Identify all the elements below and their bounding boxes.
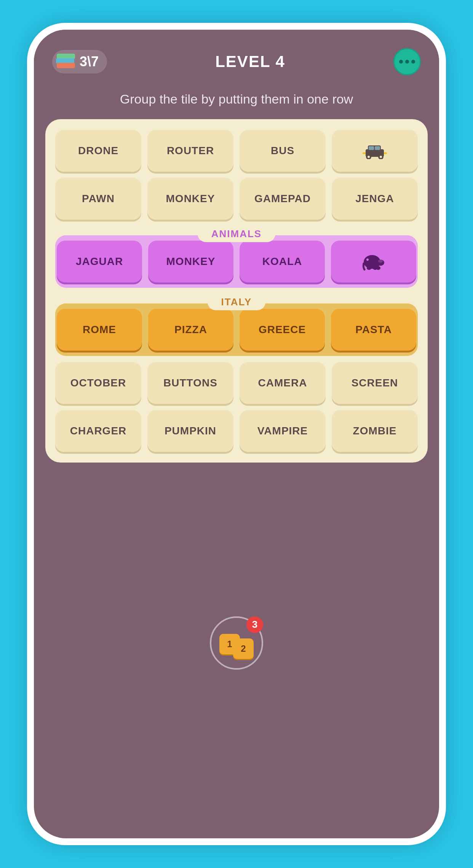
animals-row: JAGUAR MONKEY KOALA bbox=[55, 235, 418, 288]
italy-label-wrap: ITALY bbox=[55, 294, 418, 310]
italy-row: ROME PIZZA GREECE PASTA bbox=[55, 303, 418, 356]
bottom-area: 3 1 2 bbox=[210, 463, 263, 838]
tile-row-6: CHARGER PUMPKIN VAMPIRE ZOMBIE bbox=[55, 410, 418, 452]
three-dots-icon bbox=[399, 60, 415, 64]
hint-tile-2: 2 bbox=[233, 638, 254, 659]
tile-koala[interactable]: KOALA bbox=[240, 241, 325, 282]
tile-bus[interactable]: BUS bbox=[240, 130, 326, 172]
header: 3\7 LEVEL 4 bbox=[34, 30, 439, 86]
tile-pumpkin[interactable]: PUMPKIN bbox=[147, 410, 233, 452]
tile-charger[interactable]: CHARGER bbox=[55, 410, 141, 452]
tile-buttons[interactable]: BUTTONS bbox=[147, 362, 233, 404]
italy-label: ITALY bbox=[208, 294, 266, 310]
tile-gamepad[interactable]: GAMEPAD bbox=[240, 178, 326, 220]
tile-row-1: DRONE ROUTER BUS bbox=[55, 130, 418, 172]
tile-elephant[interactable] bbox=[331, 241, 416, 282]
hint-button[interactable]: 3 1 2 bbox=[210, 616, 263, 670]
tile-jenga[interactable]: JENGA bbox=[332, 178, 418, 220]
dot3 bbox=[411, 60, 415, 64]
svg-point-5 bbox=[380, 156, 382, 158]
tile-greece[interactable]: GREECE bbox=[240, 309, 325, 351]
hint-tiles: 1 2 bbox=[219, 628, 254, 658]
tile-october[interactable]: OCTOBER bbox=[55, 362, 141, 404]
svg-rect-6 bbox=[369, 146, 374, 150]
tile-router[interactable]: ROUTER bbox=[147, 130, 233, 172]
tile-pizza[interactable]: PIZZA bbox=[148, 309, 233, 351]
svg-rect-7 bbox=[375, 146, 380, 150]
tile-pasta[interactable]: PASTA bbox=[331, 309, 416, 351]
phone-frame: 3\7 LEVEL 4 Group the tile by putting th… bbox=[27, 23, 446, 845]
tile-drone[interactable]: DRONE bbox=[55, 130, 141, 172]
tile-camera[interactable]: CAMERA bbox=[240, 362, 326, 404]
tile-monkey-animals[interactable]: MONKEY bbox=[148, 241, 233, 282]
tile-row-2: PAWN MONKEY GAMEPAD JENGA bbox=[55, 178, 418, 220]
svg-point-16 bbox=[378, 260, 383, 263]
score-text: 3\7 bbox=[80, 54, 99, 70]
tile-screen[interactable]: SCREEN bbox=[332, 362, 418, 404]
italy-group: ITALY ROME PIZZA GREECE PASTA bbox=[55, 294, 418, 356]
tile-jaguar[interactable]: JAGUAR bbox=[57, 241, 142, 282]
tile-row-5: OCTOBER BUTTONS CAMERA SCREEN bbox=[55, 362, 418, 404]
level-title: LEVEL 4 bbox=[215, 53, 285, 71]
layers-icon bbox=[56, 54, 76, 70]
tile-zombie[interactable]: ZOMBIE bbox=[332, 410, 418, 452]
animals-label: ANIMALS bbox=[198, 226, 275, 242]
dot1 bbox=[399, 60, 403, 64]
instruction-text: Group the tile by putting them in one ro… bbox=[97, 86, 376, 119]
score-badge: 3\7 bbox=[52, 50, 107, 73]
tile-pawn[interactable]: PAWN bbox=[55, 178, 141, 220]
svg-point-12 bbox=[367, 266, 371, 270]
svg-point-14 bbox=[376, 266, 380, 270]
tile-rome[interactable]: ROME bbox=[57, 309, 142, 351]
layer-bot bbox=[57, 63, 75, 68]
tile-monkey[interactable]: MONKEY bbox=[147, 178, 233, 220]
menu-button[interactable] bbox=[393, 48, 421, 75]
tile-vampire[interactable]: VAMPIRE bbox=[240, 410, 326, 452]
phone-inner: 3\7 LEVEL 4 Group the tile by putting th… bbox=[34, 30, 439, 838]
svg-rect-8 bbox=[363, 152, 366, 154]
dot2 bbox=[405, 60, 409, 64]
svg-point-15 bbox=[366, 258, 369, 261]
tile-car[interactable] bbox=[332, 130, 418, 172]
svg-rect-9 bbox=[384, 152, 387, 154]
hint-badge: 3 bbox=[246, 616, 263, 633]
svg-point-4 bbox=[368, 156, 370, 158]
game-board: DRONE ROUTER BUS bbox=[45, 119, 428, 463]
animals-group: ANIMALS JAGUAR MONKEY KOALA bbox=[55, 226, 418, 288]
animals-label-wrap: ANIMALS bbox=[55, 226, 418, 242]
